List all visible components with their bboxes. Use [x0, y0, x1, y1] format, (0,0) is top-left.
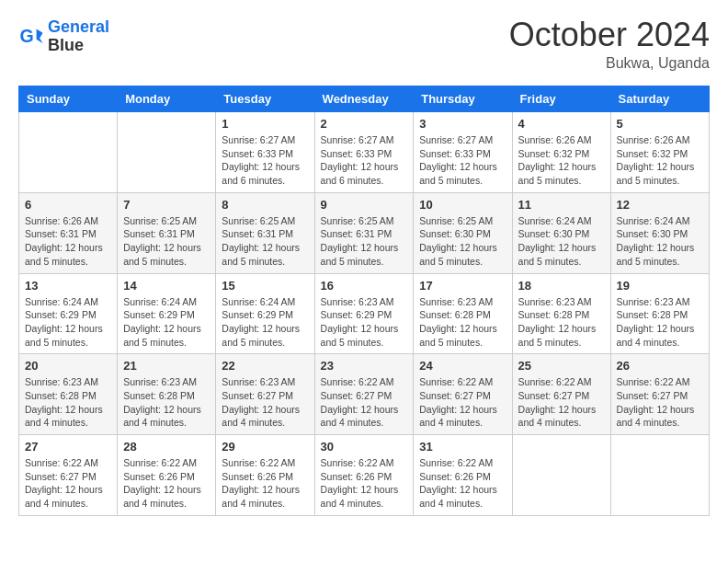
calendar-cell: 8Sunrise: 6:25 AMSunset: 6:31 PMDaylight…	[216, 192, 314, 273]
day-info: Sunrise: 6:25 AMSunset: 6:30 PMDaylight:…	[419, 214, 506, 269]
svg-marker-1	[37, 29, 43, 42]
day-info: Sunrise: 6:23 AMSunset: 6:28 PMDaylight:…	[25, 375, 111, 430]
day-number: 23	[321, 359, 408, 373]
calendar-cell: 14Sunrise: 6:24 AMSunset: 6:29 PMDayligh…	[118, 273, 216, 354]
weekday-header-monday: Monday	[118, 86, 216, 112]
calendar-cell: 27Sunrise: 6:22 AMSunset: 6:27 PMDayligh…	[19, 435, 118, 516]
location: Bukwa, Uganda	[509, 55, 710, 72]
day-number: 9	[321, 198, 408, 212]
day-number: 2	[321, 117, 408, 131]
calendar-cell: 25Sunrise: 6:22 AMSunset: 6:27 PMDayligh…	[512, 354, 610, 435]
calendar-cell	[512, 435, 610, 516]
calendar-cell: 21Sunrise: 6:23 AMSunset: 6:28 PMDayligh…	[118, 354, 216, 435]
day-number: 12	[617, 198, 703, 212]
day-info: Sunrise: 6:24 AMSunset: 6:30 PMDaylight:…	[518, 214, 605, 269]
day-number: 28	[123, 440, 210, 454]
day-number: 5	[617, 117, 703, 131]
day-info: Sunrise: 6:22 AMSunset: 6:26 PMDaylight:…	[419, 456, 506, 511]
day-info: Sunrise: 6:27 AMSunset: 6:33 PMDaylight:…	[419, 133, 506, 188]
calendar-week-4: 20Sunrise: 6:23 AMSunset: 6:28 PMDayligh…	[19, 354, 710, 435]
calendar-cell: 12Sunrise: 6:24 AMSunset: 6:30 PMDayligh…	[610, 192, 709, 273]
calendar-cell: 22Sunrise: 6:23 AMSunset: 6:27 PMDayligh…	[216, 354, 314, 435]
day-info: Sunrise: 6:22 AMSunset: 6:27 PMDaylight:…	[321, 375, 408, 430]
day-number: 16	[321, 279, 408, 293]
calendar-cell: 16Sunrise: 6:23 AMSunset: 6:29 PMDayligh…	[314, 273, 414, 354]
day-number: 3	[419, 117, 506, 131]
day-info: Sunrise: 6:23 AMSunset: 6:28 PMDaylight:…	[419, 295, 506, 350]
weekday-header-wednesday: Wednesday	[314, 86, 414, 112]
calendar-table: SundayMondayTuesdayWednesdayThursdayFrid…	[18, 86, 710, 516]
day-info: Sunrise: 6:22 AMSunset: 6:26 PMDaylight:…	[321, 456, 408, 511]
day-number: 18	[518, 279, 605, 293]
day-info: Sunrise: 6:23 AMSunset: 6:28 PMDaylight:…	[123, 375, 210, 430]
svg-text:G: G	[19, 25, 33, 45]
day-number: 25	[518, 359, 605, 373]
calendar-cell: 11Sunrise: 6:24 AMSunset: 6:30 PMDayligh…	[512, 192, 610, 273]
day-info: Sunrise: 6:24 AMSunset: 6:29 PMDaylight:…	[25, 295, 111, 350]
calendar-cell: 7Sunrise: 6:25 AMSunset: 6:31 PMDaylight…	[118, 192, 216, 273]
page-header: G General Blue October 2024 Bukwa, Ugand…	[18, 18, 710, 72]
day-info: Sunrise: 6:23 AMSunset: 6:28 PMDaylight:…	[518, 295, 605, 350]
day-info: Sunrise: 6:26 AMSunset: 6:31 PMDaylight:…	[25, 214, 111, 269]
calendar-header: SundayMondayTuesdayWednesdayThursdayFrid…	[19, 86, 710, 112]
day-number: 30	[321, 440, 408, 454]
calendar-cell: 5Sunrise: 6:26 AMSunset: 6:32 PMDaylight…	[610, 112, 709, 193]
calendar-cell: 1Sunrise: 6:27 AMSunset: 6:33 PMDaylight…	[216, 112, 314, 193]
day-number: 11	[518, 198, 605, 212]
day-number: 7	[123, 198, 210, 212]
day-number: 20	[25, 359, 111, 373]
calendar-cell: 29Sunrise: 6:22 AMSunset: 6:26 PMDayligh…	[216, 435, 314, 516]
day-number: 14	[123, 279, 210, 293]
day-number: 17	[419, 279, 506, 293]
calendar-cell	[610, 435, 709, 516]
weekday-header-thursday: Thursday	[414, 86, 512, 112]
calendar-cell: 10Sunrise: 6:25 AMSunset: 6:30 PMDayligh…	[414, 192, 512, 273]
day-number: 24	[419, 359, 506, 373]
day-number: 8	[222, 198, 308, 212]
day-info: Sunrise: 6:26 AMSunset: 6:32 PMDaylight:…	[617, 133, 703, 188]
month-title: October 2024	[509, 18, 710, 52]
day-number: 21	[123, 359, 210, 373]
day-info: Sunrise: 6:22 AMSunset: 6:27 PMDaylight:…	[419, 375, 506, 430]
day-number: 29	[222, 440, 308, 454]
calendar-cell	[19, 112, 118, 193]
calendar-cell: 17Sunrise: 6:23 AMSunset: 6:28 PMDayligh…	[414, 273, 512, 354]
title-block: October 2024 Bukwa, Uganda	[509, 18, 710, 72]
calendar-cell: 24Sunrise: 6:22 AMSunset: 6:27 PMDayligh…	[414, 354, 512, 435]
day-info: Sunrise: 6:27 AMSunset: 6:33 PMDaylight:…	[321, 133, 408, 188]
calendar-cell: 13Sunrise: 6:24 AMSunset: 6:29 PMDayligh…	[19, 273, 118, 354]
day-number: 4	[518, 117, 605, 131]
day-number: 13	[25, 279, 111, 293]
calendar-cell: 3Sunrise: 6:27 AMSunset: 6:33 PMDaylight…	[414, 112, 512, 193]
day-info: Sunrise: 6:22 AMSunset: 6:26 PMDaylight:…	[222, 456, 308, 511]
day-info: Sunrise: 6:25 AMSunset: 6:31 PMDaylight:…	[321, 214, 408, 269]
day-info: Sunrise: 6:22 AMSunset: 6:27 PMDaylight:…	[617, 375, 703, 430]
weekday-header-sunday: Sunday	[19, 86, 118, 112]
day-info: Sunrise: 6:22 AMSunset: 6:27 PMDaylight:…	[518, 375, 605, 430]
day-info: Sunrise: 6:22 AMSunset: 6:27 PMDaylight:…	[25, 456, 111, 511]
day-info: Sunrise: 6:23 AMSunset: 6:28 PMDaylight:…	[617, 295, 703, 350]
day-number: 6	[25, 198, 111, 212]
calendar-cell: 30Sunrise: 6:22 AMSunset: 6:26 PMDayligh…	[314, 435, 414, 516]
day-number: 15	[222, 279, 308, 293]
day-info: Sunrise: 6:24 AMSunset: 6:30 PMDaylight:…	[617, 214, 703, 269]
day-number: 22	[222, 359, 308, 373]
calendar-cell: 9Sunrise: 6:25 AMSunset: 6:31 PMDaylight…	[314, 192, 414, 273]
calendar-cell: 15Sunrise: 6:24 AMSunset: 6:29 PMDayligh…	[216, 273, 314, 354]
day-info: Sunrise: 6:24 AMSunset: 6:29 PMDaylight:…	[222, 295, 308, 350]
calendar-cell: 19Sunrise: 6:23 AMSunset: 6:28 PMDayligh…	[610, 273, 709, 354]
calendar-cell: 20Sunrise: 6:23 AMSunset: 6:28 PMDayligh…	[19, 354, 118, 435]
day-number: 27	[25, 440, 111, 454]
logo-text: General Blue	[48, 18, 109, 55]
day-number: 10	[419, 198, 506, 212]
day-number: 1	[222, 117, 308, 131]
calendar-cell: 18Sunrise: 6:23 AMSunset: 6:28 PMDayligh…	[512, 273, 610, 354]
calendar-cell: 23Sunrise: 6:22 AMSunset: 6:27 PMDayligh…	[314, 354, 414, 435]
day-info: Sunrise: 6:27 AMSunset: 6:33 PMDaylight:…	[222, 133, 308, 188]
day-info: Sunrise: 6:23 AMSunset: 6:29 PMDaylight:…	[321, 295, 408, 350]
weekday-header-saturday: Saturday	[610, 86, 709, 112]
calendar-cell: 4Sunrise: 6:26 AMSunset: 6:32 PMDaylight…	[512, 112, 610, 193]
calendar-cell: 31Sunrise: 6:22 AMSunset: 6:26 PMDayligh…	[414, 435, 512, 516]
calendar-week-5: 27Sunrise: 6:22 AMSunset: 6:27 PMDayligh…	[19, 435, 710, 516]
day-number: 26	[617, 359, 703, 373]
